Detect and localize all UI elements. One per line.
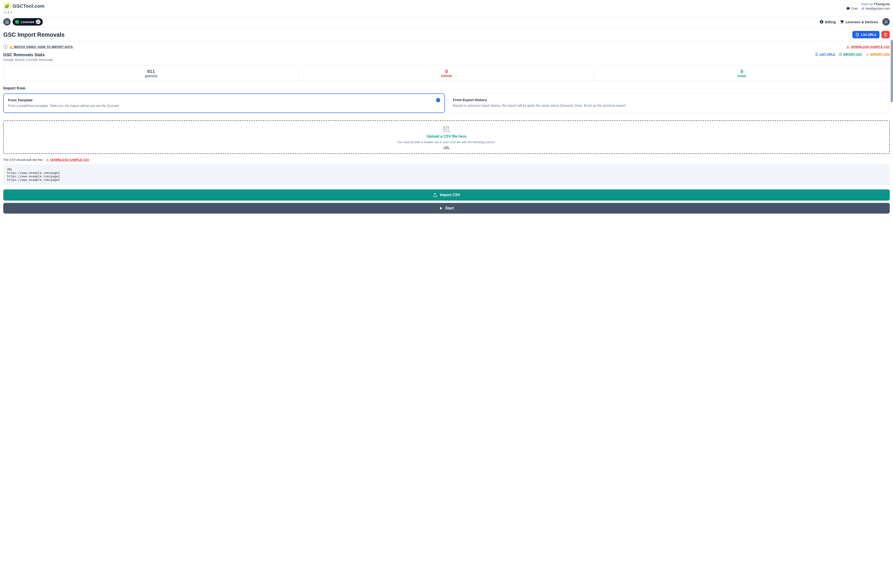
check-circle-icon: ✓ (15, 20, 19, 24)
trash-icon (884, 33, 887, 36)
cart-icon (840, 20, 844, 24)
download-icon (846, 45, 850, 49)
info-icon: i (3, 45, 8, 49)
stats-list-urls-link[interactable]: LIST URLS (815, 52, 835, 56)
import-csv-button[interactable]: Import CSV (3, 189, 890, 201)
play-icon (439, 206, 443, 210)
stat-done: 0 DONE (594, 66, 890, 81)
stats-row: 911 QUEUED 0 ERROR 0 DONE (3, 65, 890, 81)
made-by: Made by YTuong.me (846, 2, 890, 6)
option-from-export-history[interactable]: From Export History Based on previous ex… (449, 93, 890, 113)
pointing-hand-icon: 👉 (9, 45, 14, 49)
brand-title: GSCTool.com (12, 3, 44, 9)
licensed-pill[interactable]: ✓ Licensed (12, 18, 43, 26)
hamburger-icon (884, 20, 888, 24)
download-icon (46, 158, 49, 162)
menu-button[interactable] (882, 18, 890, 26)
home-button[interactable] (3, 18, 11, 26)
billing-link[interactable]: $ Billing (819, 20, 836, 24)
stats-import-csv-link[interactable]: IMPORT CSV (839, 52, 862, 56)
delete-button[interactable] (881, 31, 890, 38)
dollar-icon: $ (819, 20, 824, 24)
stats-subtitle: Google Search Console Removals (3, 58, 53, 62)
download-sample-link-top[interactable]: DOWNLOAD SAMPLE CSV (846, 45, 890, 49)
check-icon: ✓ (436, 98, 440, 102)
licenses-link[interactable]: Licenses & Devices (840, 20, 878, 24)
page-title: GSC Import Removals (3, 32, 65, 38)
database-plus-icon (443, 126, 450, 133)
file-icon (855, 33, 859, 36)
watch-video-link[interactable]: 👉 WATCH VIDEO: HOW TO IMPORT DATA (9, 45, 73, 49)
file-icon (815, 53, 818, 56)
file-plus-icon (839, 53, 842, 56)
csv-dropzone[interactable]: Upload a CSV file here You must provide … (3, 120, 890, 154)
dropzone-desc: You must provide a header row in your CS… (4, 140, 889, 144)
list-urls-button[interactable]: List URLs (852, 31, 879, 38)
email-link[interactable]: @ hey@gsctool.com (861, 7, 890, 10)
start-button[interactable]: Start (3, 203, 890, 214)
svg-text:$: $ (821, 21, 822, 23)
chat-icon (846, 7, 850, 10)
csv-example-code: URL https://www.example.com/page1 https:… (3, 164, 890, 185)
download-sample-link-bottom[interactable]: DOWNLOAD SAMPLE CSV (46, 158, 89, 162)
stats-export-csv-link[interactable]: EXPORT CSV (866, 52, 890, 56)
brand-logo: 🧩 (3, 2, 11, 10)
dropzone-title: Upload a CSV file here (4, 134, 889, 138)
stat-queued: 911 QUEUED (3, 66, 299, 81)
option-from-template[interactable]: From Template From a predefined template… (3, 93, 445, 113)
chat-link[interactable]: Chat (846, 7, 857, 10)
at-icon: @ (861, 7, 864, 10)
stat-error: 0 ERROR (299, 66, 594, 81)
version-label: v1.4.3 (3, 11, 44, 14)
import-icon (433, 193, 437, 197)
download-icon (866, 53, 869, 56)
csv-example-prefix: The CSV should look like this: (3, 158, 44, 162)
svg-point-5 (444, 126, 449, 128)
home-icon (5, 20, 9, 24)
stats-title: GSC Removals Stats (3, 52, 53, 57)
dropzone-column: URL (443, 146, 450, 149)
scrollbar[interactable] (891, 40, 893, 102)
refresh-icon[interactable] (36, 20, 41, 24)
import-from-title: Import from (0, 81, 893, 93)
